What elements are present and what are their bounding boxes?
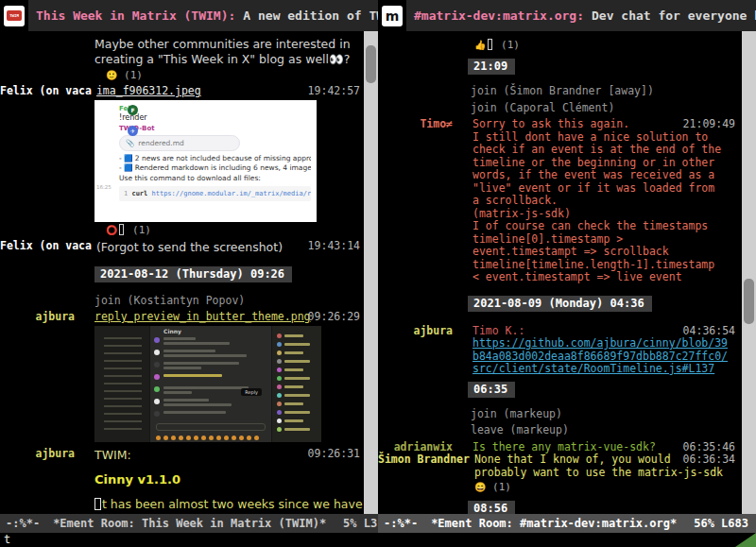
twim-logo-icon: TWIM (7, 10, 22, 21)
sender-name[interactable]: Felix (on vaca (0, 240, 92, 253)
message-line: probably want to use the matrix-js-sdk (474, 467, 742, 480)
emoji-dot (224, 436, 229, 440)
sender-name[interactable]: Timo≠ (378, 118, 453, 131)
embed-reply-tooltip: Reply (241, 388, 262, 396)
scrollbar-thumb[interactable] (744, 279, 754, 324)
message-text-fragment: t has been almost two weeks since we hav… (102, 497, 363, 511)
membership-event: leave (markeup) (378, 424, 742, 437)
reaction-count: (1) (132, 224, 151, 236)
github-link[interactable]: https://github.com/ajbura/cinny/blob/39 (472, 337, 742, 350)
scrollbar-thumb[interactable] (366, 45, 376, 83)
embed-member-name-bar (284, 428, 310, 431)
embed-text-bar (163, 403, 232, 406)
message-line: check if an event is at the end of the (472, 144, 742, 157)
message-row: ajbura TWIM: 09:26:31 (0, 448, 364, 463)
embed-text-bar (163, 362, 239, 365)
embed-member-avatar-dot (277, 350, 282, 355)
minibuffer-text: t (4, 533, 10, 546)
reaction-chip[interactable]: ⭕ (1) (0, 224, 364, 237)
scrollbar-left-window[interactable] (364, 31, 378, 514)
message-row: Timo≠ Sorry to ask this again. I still d… (378, 118, 742, 284)
embed-avatar-dot (154, 337, 160, 343)
embed-member-avatar-dot (277, 419, 282, 423)
grin-emoji-icon: 😄 (474, 482, 486, 492)
embed-member-avatar-dot (277, 376, 282, 381)
message-line: a scrollback. (472, 195, 742, 208)
embed-member-avatar-dot (277, 427, 282, 432)
sender-name[interactable]: ajbura (0, 311, 75, 324)
matrix-dev-room-avatar-icon: m (382, 6, 403, 26)
membership-event: join (markeup) (378, 408, 742, 421)
timestamp: 09:26:31 (308, 448, 360, 461)
file-attachment-link[interactable]: ima_f906312.jpeg (96, 84, 201, 97)
code-command: curl (131, 190, 147, 197)
hour-header: 21:09 (468, 59, 515, 75)
sender-name[interactable]: adrianwix (378, 441, 453, 454)
sender-name[interactable]: ajbura (378, 325, 453, 338)
message-line: timeline or the beginning or in other (472, 157, 742, 170)
embed-member-list (272, 326, 321, 442)
embed-member-name-bar (284, 334, 303, 337)
membership-event: join (Caporal Clément) (378, 102, 742, 115)
github-link[interactable]: b84a083d002deaa8f86689f97dbb887c27ffc0/ (472, 350, 742, 364)
resize-grip-icon (735, 533, 756, 547)
embed-text-bar (163, 342, 230, 345)
mode-line-position: 5% L3 (343, 517, 377, 530)
thumbs-up-emoji-icon: 👍 (474, 40, 486, 50)
text-cursor-box (119, 224, 124, 235)
matrix-logo-icon: m (386, 9, 400, 24)
file-attachment-link[interactable]: reply_preview_in_butter_theme.png (94, 310, 310, 323)
github-link[interactable]: src/client/state/RoomTimeline.js#L137 (472, 363, 742, 376)
emacs-frame: TWIM This Week in Matrix (TWIM): A new e… (0, 0, 756, 547)
message-row: adrianwix Is there any matrix-vue-sdk? 0… (378, 441, 742, 454)
circle-emoji-icon: ⭕ (106, 225, 117, 235)
message-text: Maybe other communities are interested i… (0, 37, 364, 52)
embed-avatar-dot (154, 350, 160, 355)
embed-message-text: !render (119, 112, 311, 123)
embed-chat-area: Cinny Reply (149, 326, 272, 442)
timestamp: 09:26:29 (308, 311, 360, 324)
sender-name[interactable]: Felix (on vaca (0, 85, 92, 98)
point-cursor (94, 498, 101, 510)
embed-avatar-dot (154, 386, 160, 392)
embed-avatar-dot (154, 399, 160, 404)
twim-room-name: This Week in Matrix (TWIM): (36, 9, 235, 23)
sender-name[interactable]: Šimon Brandner (378, 453, 470, 467)
matrix-dev-header-line: m #matrix-dev:matrix.org: Dev chat for e… (378, 0, 756, 31)
matrix-dev-window-body: 👍 (1) 21:09 join (Šimon Brandner [away])… (378, 31, 756, 514)
embedded-screenshot-twio-bot[interactable]: F Felix !render ✈ TWIO-Bot 📎 rendered.md (94, 100, 317, 222)
code-line-number: 1 (124, 190, 128, 197)
emoji-dot (239, 436, 244, 440)
embed-member-avatar-dot (277, 385, 282, 389)
embed-text-bar (163, 399, 209, 402)
embed-member-name-bar (284, 351, 303, 354)
emoji-dot (247, 436, 251, 440)
embed-app-title: Cinny (163, 328, 181, 334)
embed-text-bar (163, 367, 201, 369)
mode-line-flags: -:%*- (6, 517, 40, 530)
sender-name[interactable]: ajbura (0, 448, 75, 461)
timestamp: 19:42:57 (308, 85, 360, 98)
embed-avatar-dot (154, 374, 160, 380)
reaction-chip[interactable]: 👍 (1) (378, 39, 742, 52)
embed-label-line: Use this command to download all files: (119, 174, 311, 184)
timestamp: 04:36:54 (683, 325, 735, 338)
emoji-dot (186, 436, 191, 440)
embed-text-bar (163, 350, 215, 352)
reaction-chip[interactable]: 😄 (1) (378, 481, 742, 494)
embed-member-name-bar (284, 385, 303, 388)
message-line: (matrix-js-sdk) (472, 208, 742, 221)
message-line: < event.timestampt => live event (472, 271, 742, 284)
embed-member-name-bar (284, 368, 303, 371)
scrollbar-right-window[interactable] (742, 31, 756, 514)
reaction-chip[interactable]: 🙂 (1) (0, 69, 364, 82)
embed-message-input (156, 423, 266, 431)
twim-room-topic: A new edition of TWIM ev (243, 9, 378, 23)
timestamp: 06:36:34 (683, 453, 735, 467)
embed-text-bar (163, 354, 247, 357)
mode-line-buffer-name: *Ement Room: This Week in Matrix (TWIM)* (53, 517, 326, 530)
embedded-screenshot-cinny[interactable]: Cinny Reply (94, 326, 321, 442)
minibuffer[interactable]: t (0, 533, 756, 547)
embed-member-avatar-dot (277, 368, 282, 372)
mode-line-buffer-name: *Ement Room: #matrix-dev:matrix.org* (431, 517, 677, 530)
